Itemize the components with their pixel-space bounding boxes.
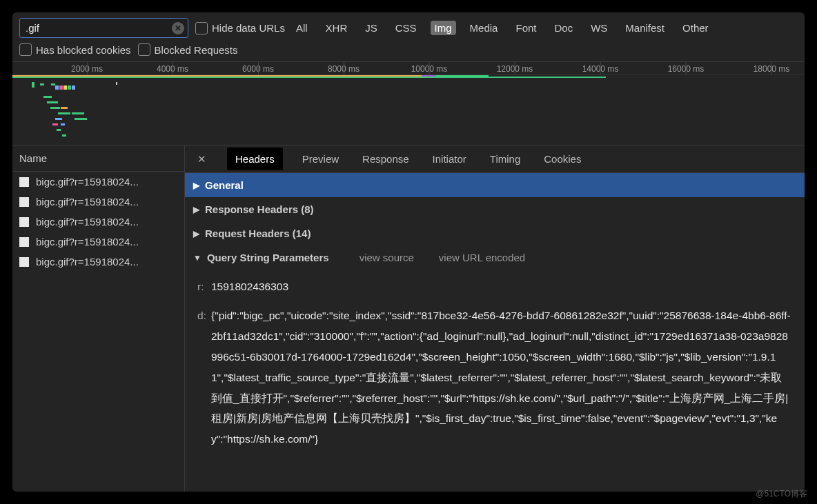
triangle-right-icon: ▶ (193, 229, 199, 239)
main-split: Name bigc.gif?r=15918024... bigc.gif?r=1… (12, 145, 805, 492)
filter-toolbar-2: Has blocked cookies Blocked Requests (12, 43, 805, 61)
filter-type-img[interactable]: Img (431, 21, 456, 35)
filter-type-js[interactable]: JS (361, 21, 382, 35)
request-row[interactable]: bigc.gif?r=15918024... (12, 232, 184, 252)
waterfall-bar (12, 77, 606, 78)
waterfall-mark (47, 101, 58, 103)
filter-type-media[interactable]: Media (466, 21, 502, 35)
waterfall-mark (61, 123, 65, 125)
waterfall-mark (68, 85, 71, 90)
timeline-ruler[interactable]: 2000 ms 4000 ms 6000 ms 8000 ms 10000 ms… (12, 61, 805, 75)
request-name: bigc.gif?r=15918024... (36, 176, 139, 188)
ruler-tick: 4000 ms (157, 64, 188, 74)
request-type-icon (19, 217, 29, 227)
filter-type-doc[interactable]: Doc (550, 21, 577, 35)
request-name: bigc.gif?r=15918024... (36, 236, 139, 248)
section-response-headers-label: Response Headers (8) (205, 203, 314, 215)
ruler-tick: 6000 ms (242, 64, 274, 74)
request-type-icon (19, 257, 29, 267)
query-params: r: 1591802436303 d: {"pid":"bigc_pc","ui… (185, 270, 805, 463)
waterfall-mark (59, 85, 63, 90)
filter-toolbar: ✕ Hide data URLs All XHR JS CSS Img Medi… (12, 12, 805, 43)
watermark: @51CTO博客 (756, 488, 807, 500)
section-general[interactable]: ▶ General (185, 173, 805, 197)
request-row[interactable]: bigc.gif?r=15918024... (12, 192, 184, 212)
waterfall-mark (58, 112, 70, 114)
waterfall-mark (116, 82, 117, 85)
param-value: {"pid":"bigc_pc","uicode":"site_index","… (211, 305, 792, 450)
request-type-icon (19, 177, 29, 187)
has-blocked-cookies-checkbox[interactable]: Has blocked cookies (19, 43, 131, 56)
blocked-requests-box[interactable] (138, 43, 150, 56)
filter-type-all[interactable]: All (292, 21, 312, 35)
close-detail-icon[interactable]: ✕ (192, 152, 212, 167)
triangle-right-icon: ▶ (193, 205, 199, 214)
hide-data-urls-box[interactable] (195, 22, 208, 34)
name-column-header[interactable]: Name (12, 145, 184, 172)
param-value: 1591802436303 (211, 276, 288, 297)
waterfall-overview[interactable] (12, 75, 805, 145)
filter-type-other[interactable]: Other (678, 21, 713, 35)
ruler-tick: 2000 ms (71, 64, 103, 74)
param-key: r: (197, 276, 211, 297)
filter-type-xhr[interactable]: XHR (322, 21, 352, 35)
request-type-icon (19, 237, 29, 247)
view-url-encoded-link[interactable]: view URL encoded (439, 252, 525, 263)
tab-cookies[interactable]: Cookies (540, 148, 585, 170)
request-name: bigc.gif?r=15918024... (36, 256, 139, 268)
detail-pane: ✕ Headers Preview Response Initiator Tim… (185, 145, 805, 492)
filter-type-css[interactable]: CSS (391, 21, 421, 35)
clear-filter-icon[interactable]: ✕ (172, 22, 184, 34)
waterfall-mark (62, 134, 66, 137)
hide-data-urls-checkbox[interactable]: Hide data URLs (195, 22, 285, 34)
hide-data-urls-label: Hide data URLs (212, 22, 285, 34)
filter-input[interactable] (19, 18, 188, 38)
waterfall-mark (32, 82, 35, 88)
detail-tabs: ✕ Headers Preview Response Initiator Tim… (185, 145, 805, 173)
section-query-string[interactable]: ▼ Query String Parameters view source vi… (185, 245, 805, 270)
filter-type-ws[interactable]: WS (587, 21, 611, 35)
filter-type-font[interactable]: Font (511, 21, 540, 35)
filter-type-manifest[interactable]: Manifest (621, 21, 669, 35)
filter-box: ✕ (19, 18, 188, 38)
waterfall-mark (55, 118, 62, 120)
request-list[interactable]: bigc.gif?r=15918024... bigc.gif?r=159180… (12, 172, 184, 272)
request-list-pane: Name bigc.gif?r=15918024... bigc.gif?r=1… (12, 145, 185, 492)
section-request-headers-label: Request Headers (14) (205, 228, 311, 239)
blocked-requests-checkbox[interactable]: Blocked Requests (138, 43, 238, 56)
tab-timing[interactable]: Timing (486, 148, 524, 170)
ruler-tick: 16000 ms (668, 64, 705, 74)
triangle-right-icon: ▶ (193, 181, 199, 190)
waterfall-mark (72, 85, 75, 90)
tab-response[interactable]: Response (358, 148, 413, 170)
has-blocked-cookies-box[interactable] (19, 43, 32, 56)
waterfall-mark (50, 107, 60, 109)
filter-type-bar: All XHR JS CSS Img Media Font Doc WS Man… (292, 21, 713, 35)
ruler-tick: 14000 ms (582, 64, 619, 74)
section-response-headers[interactable]: ▶ Response Headers (8) (185, 197, 805, 221)
ruler-tick: 12000 ms (497, 64, 533, 74)
request-name: bigc.gif?r=15918024... (36, 216, 139, 228)
tab-preview[interactable]: Preview (298, 148, 343, 170)
headers-sections: ▶ General ▶ Response Headers (8) ▶ Reque… (185, 173, 805, 492)
devtools-window: ✕ Hide data URLs All XHR JS CSS Img Medi… (12, 12, 805, 492)
waterfall-mark (75, 118, 87, 120)
view-source-link[interactable]: view source (360, 252, 414, 263)
request-row[interactable]: bigc.gif?r=15918024... (12, 172, 184, 192)
tab-headers[interactable]: Headers (227, 148, 283, 170)
param-row: r: 1591802436303 (197, 272, 792, 301)
waterfall-mark (63, 85, 67, 90)
waterfall-mark (61, 107, 68, 109)
ruler-tick: 8000 ms (328, 64, 360, 74)
waterfall-mark (55, 85, 59, 90)
tab-initiator[interactable]: Initiator (429, 148, 471, 170)
param-key: d: (197, 305, 211, 450)
request-type-icon (19, 197, 29, 207)
section-general-label: General (205, 179, 244, 191)
ruler-tick: 18000 ms (754, 64, 790, 74)
section-request-headers[interactable]: ▶ Request Headers (14) (185, 221, 805, 245)
waterfall-mark (40, 83, 44, 85)
ruler-tick: 10000 ms (411, 64, 448, 74)
request-row[interactable]: bigc.gif?r=15918024... (12, 212, 184, 232)
request-row[interactable]: bigc.gif?r=15918024... (12, 252, 184, 272)
